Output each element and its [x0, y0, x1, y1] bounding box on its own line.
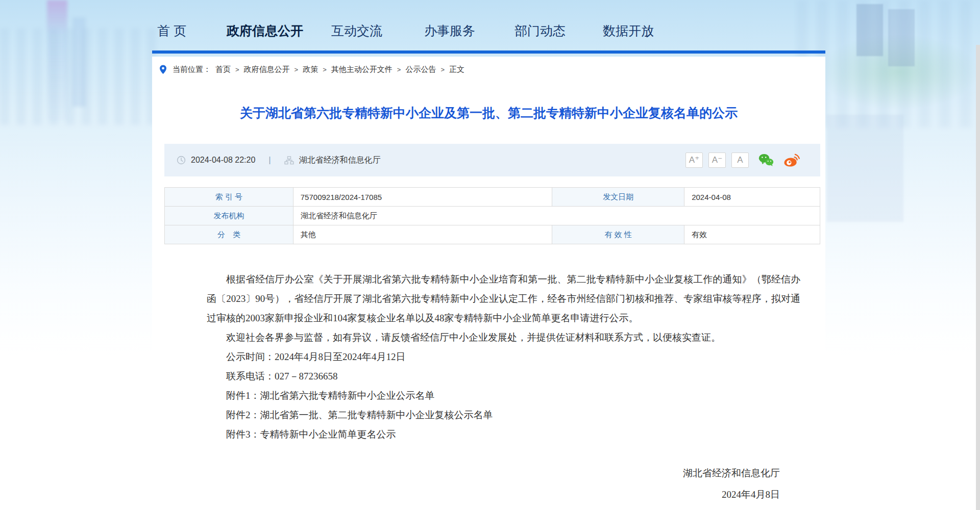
breadcrumb-label: 当前位置： [173, 65, 211, 74]
nav-tab-services[interactable]: 办事服务 [424, 22, 475, 39]
table-row: 发布机构 湖北省经济和信息化厅 [165, 207, 820, 225]
issuing-org-label: 发布机构 [165, 207, 293, 225]
issue-date-value: 2024-04-08 [684, 188, 820, 207]
breadcrumb-announcements[interactable]: 公示公告 [405, 65, 436, 74]
weibo-icon [783, 154, 800, 167]
index-number-label: 索 引 号 [165, 188, 293, 207]
attachment-line: 附件1：湖北省第六批专精特新中小企业公示名单 [207, 386, 800, 405]
location-pin-icon [159, 65, 167, 74]
weibo-share-button[interactable] [783, 154, 800, 167]
table-row: 分 类 其他 有 效 性 有效 [165, 225, 820, 244]
body-paragraph: 根据省经信厅办公室《关于开展湖北省第六批专精特新中小企业培育和第一批、第二批专精… [207, 270, 800, 328]
attachment-line: 附件3：专精特新中小企业简单更名公示 [207, 425, 800, 444]
banner-city-haze [0, 28, 158, 125]
document-info-table: 索 引 号 757009218/2024-17085 发文日期 2024-04-… [164, 187, 820, 244]
breadcrumb-policy[interactable]: 政策 [303, 65, 318, 74]
body-paragraph: 联系电话：027－87236658 [207, 367, 800, 386]
nav-tab-dept-news[interactable]: 部门动态 [514, 22, 566, 39]
breadcrumb-home[interactable]: 首页 [215, 65, 231, 74]
scrollbar[interactable] [976, 45, 980, 510]
content-area: 当前位置： 首页 > 政府信息公开 > 政策 > 其他主动公开文件 > 公示公告… [152, 57, 825, 510]
article-source: 湖北省经济和信息化厅 [299, 155, 381, 166]
article-body: 根据省经信厅办公室《关于开展湖北省第六批专精特新中小企业培育和第一批、第二批专精… [207, 270, 800, 505]
organization-icon [284, 156, 294, 165]
attachment-line: 附件2：湖北省第一批、第二批专精特新中小企业复核公示名单 [207, 405, 800, 425]
banner-building-shape [888, 9, 915, 66]
validity-value: 有效 [684, 225, 820, 244]
breadcrumb-other-open-docs[interactable]: 其他主动公开文件 [331, 65, 393, 74]
signature-block: 湖北省经济和信息化厅 2024年4月8日 [207, 463, 800, 505]
signature-date: 2024年4月8日 [207, 484, 780, 505]
clock-icon [177, 156, 186, 165]
validity-label: 有 效 性 [552, 225, 684, 244]
nav-tab-interaction[interactable]: 互动交流 [331, 22, 382, 39]
body-paragraph: 公示时间：2024年4月8日至2024年4月12日 [207, 347, 800, 367]
breadcrumb: 当前位置： 首页 > 政府信息公开 > 政策 > 其他主动公开文件 > 公示公告… [159, 65, 464, 74]
breadcrumb-current: 正文 [449, 65, 464, 74]
article-meta-bar: 2024-04-08 22:20 | 湖北省经济和信息化厅 A⁺ A⁻ A [164, 144, 820, 176]
breadcrumb-gov-info[interactable]: 政府信息公开 [244, 65, 290, 74]
nav-tab-open-data[interactable]: 数据开放 [603, 22, 654, 39]
main-nav: 首 页 政府信息公开 互动交流 办事服务 部门动态 数据开放 [152, 0, 825, 54]
index-number-value: 757009218/2024-17085 [293, 188, 552, 207]
nav-tab-home[interactable]: 首 页 [157, 22, 186, 39]
font-larger-button[interactable]: A⁺ [685, 152, 703, 168]
issuing-org-value: 湖北省经济和信息化厅 [293, 207, 820, 225]
category-value: 其他 [293, 225, 552, 244]
page-title: 关于湖北省第六批专精特新中小企业及第一批、第二批专精特新中小企业复核名单的公示 [152, 105, 825, 121]
publish-time: 2024-04-08 22:20 [191, 156, 255, 165]
signature-org: 湖北省经济和信息化厅 [207, 463, 780, 484]
banner-building-shape [827, 115, 903, 222]
font-smaller-button[interactable]: A⁻ [708, 152, 726, 168]
body-paragraph: 欢迎社会各界参与监督，如有异议，请反馈省经信厅中小企业发展处，并提供佐证材料和联… [207, 328, 800, 347]
wechat-icon [758, 154, 774, 167]
font-reset-button[interactable]: A [731, 152, 749, 168]
category-label: 分 类 [165, 225, 293, 244]
nav-tab-gov-info[interactable]: 政府信息公开 [227, 22, 303, 39]
banner-building-shape [856, 4, 883, 56]
wechat-share-button[interactable] [758, 154, 774, 167]
issue-date-label: 发文日期 [552, 188, 684, 207]
table-row: 索 引 号 757009218/2024-17085 发文日期 2024-04-… [165, 188, 820, 207]
